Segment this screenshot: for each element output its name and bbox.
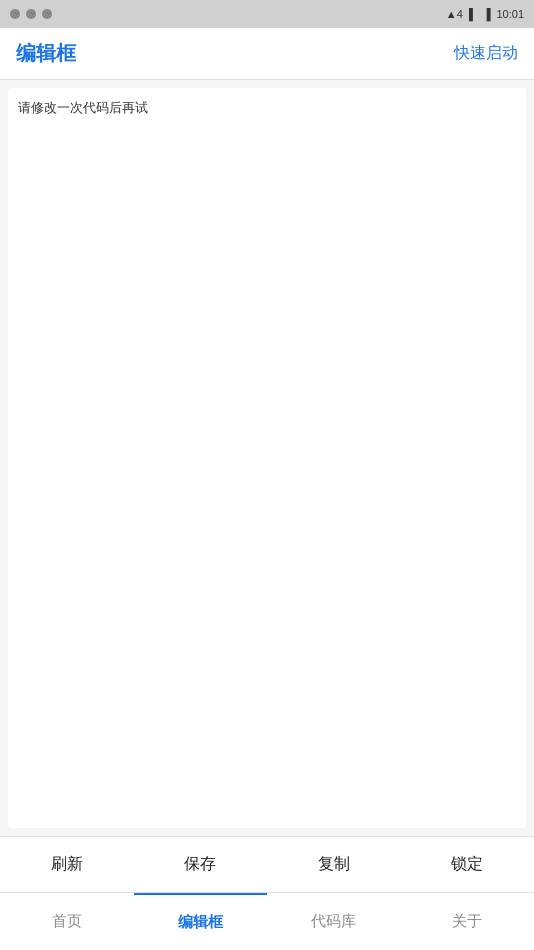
status-dot-3 xyxy=(42,9,52,19)
app-bar: 编辑框 快速启动 xyxy=(0,28,534,80)
bottom-actions-bar: 刷新 保存 复制 锁定 xyxy=(0,836,534,892)
main-content: 请修改一次代码后再试 xyxy=(0,80,534,836)
status-dot-2 xyxy=(26,9,36,19)
time-display: 10:01 xyxy=(496,8,524,20)
nav-item-home[interactable]: 首页 xyxy=(0,893,134,950)
editor-container[interactable]: 请修改一次代码后再试 xyxy=(8,88,526,828)
bottom-nav: 首页 编辑框 代码库 关于 xyxy=(0,892,534,950)
status-bar: ▲4 ▌ ▐ 10:01 xyxy=(0,0,534,28)
editor-content: 请修改一次代码后再试 xyxy=(18,98,516,118)
copy-button[interactable]: 复制 xyxy=(267,837,401,892)
signal-icon: ▌ xyxy=(469,8,477,20)
nav-item-codelib[interactable]: 代码库 xyxy=(267,893,401,950)
app-title: 编辑框 xyxy=(16,40,76,67)
nav-item-about[interactable]: 关于 xyxy=(401,893,535,950)
lock-button[interactable]: 锁定 xyxy=(401,837,535,892)
status-bar-left xyxy=(10,9,52,19)
refresh-button[interactable]: 刷新 xyxy=(0,837,134,892)
wifi-icon: ▲4 xyxy=(446,8,463,20)
quick-start-button[interactable]: 快速启动 xyxy=(454,43,518,64)
status-bar-right: ▲4 ▌ ▐ 10:01 xyxy=(446,8,524,20)
nav-item-editor[interactable]: 编辑框 xyxy=(134,893,268,950)
battery-icon: ▐ xyxy=(483,8,491,20)
status-dot-1 xyxy=(10,9,20,19)
save-button[interactable]: 保存 xyxy=(134,837,268,892)
